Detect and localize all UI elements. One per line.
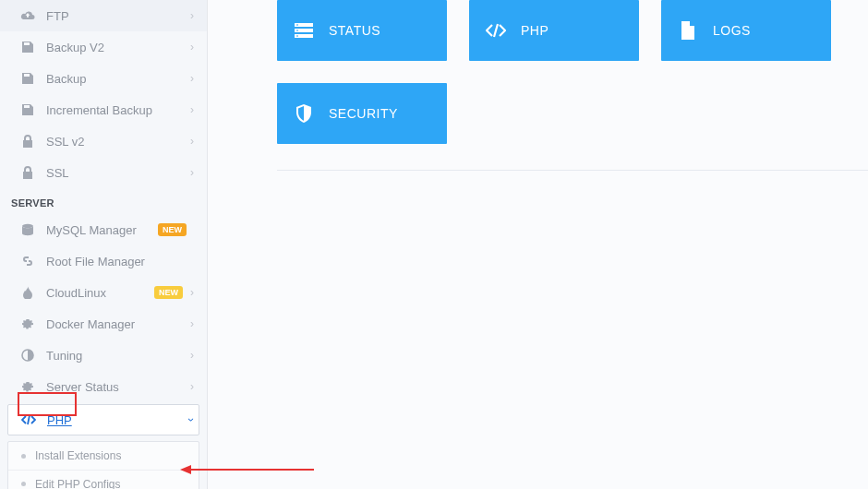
- save-icon: [18, 103, 37, 116]
- tile-label: PHP: [521, 23, 549, 38]
- sidebar-item-label: Root File Manager: [46, 255, 194, 268]
- sidebar-item-php[interactable]: PHP ›: [7, 404, 199, 435]
- sidebar-item-label: Backup: [46, 72, 190, 86]
- chevron-right-icon: ›: [190, 349, 194, 362]
- link-icon: [18, 255, 37, 268]
- sidebar-item-root-file-manager[interactable]: Root File Manager: [0, 245, 207, 277]
- gear-icon: [18, 317, 37, 330]
- svg-rect-7: [296, 36, 298, 37]
- chevron-right-icon: ›: [190, 72, 194, 85]
- sidebar-item-backup[interactable]: Backup ›: [0, 63, 207, 94]
- sidebar-item-ftp[interactable]: FTP ›: [0, 0, 207, 31]
- sidebar: FTP › Backup V2 › Backup › Incremental B…: [0, 0, 208, 489]
- gear-icon: [18, 380, 37, 393]
- chevron-right-icon: ›: [190, 380, 194, 393]
- tile-label: SECURITY: [329, 106, 398, 121]
- svg-rect-6: [296, 30, 298, 31]
- sidebar-item-ssl-v2[interactable]: SSL v2 ›: [0, 125, 207, 157]
- tile-status[interactable]: STATUS: [277, 0, 447, 61]
- svg-point-0: [22, 224, 33, 228]
- chevron-right-icon: ›: [190, 317, 194, 330]
- sidebar-item-label: SSL v2: [46, 135, 190, 149]
- sidebar-submenu-php: Install Extensions Edit PHP Configs: [7, 441, 199, 489]
- database-icon: [18, 223, 37, 236]
- sidebar-item-server-status[interactable]: Server Status ›: [0, 371, 207, 402]
- bullet-icon: [21, 482, 26, 486]
- chevron-right-icon: ›: [190, 135, 194, 148]
- sidebar-item-label: Backup V2: [46, 41, 190, 54]
- tile-logs[interactable]: LOGS: [661, 0, 831, 61]
- sidebar-item-label: SSL: [46, 166, 190, 180]
- tile-grid: STATUS PHP LOGS SECURITY: [277, 0, 868, 171]
- bars-icon: [294, 23, 314, 38]
- sidebar-subitem-label: Edit PHP Configs: [35, 478, 121, 490]
- chevron-right-icon: ›: [190, 103, 194, 116]
- sidebar-item-docker-manager[interactable]: Docker Manager ›: [0, 308, 207, 340]
- bullet-icon: [21, 454, 26, 459]
- lock-icon: [18, 135, 37, 148]
- tile-label: STATUS: [329, 23, 380, 38]
- sidebar-item-label: CloudLinux: [46, 286, 154, 300]
- sidebar-item-label: Tuning: [46, 349, 190, 363]
- sidebar-item-mysql-manager[interactable]: MySQL Manager NEW: [0, 214, 207, 245]
- new-badge: NEW: [158, 223, 187, 236]
- sidebar-item-incremental-backup[interactable]: Incremental Backup ›: [0, 94, 207, 125]
- sidebar-item-cloudlinux[interactable]: CloudLinux NEW ›: [0, 277, 207, 308]
- lock-icon: [18, 166, 37, 179]
- sidebar-item-label: FTP: [46, 9, 190, 23]
- sidebar-item-label: Server Status: [46, 380, 190, 394]
- sidebar-section-server: SERVER: [0, 188, 207, 214]
- sidebar-subitem-label: Install Extensions: [35, 449, 121, 462]
- file-icon: [678, 21, 698, 40]
- new-badge: NEW: [154, 286, 183, 299]
- chevron-right-icon: ›: [190, 41, 194, 54]
- chevron-right-icon: ›: [190, 286, 194, 299]
- sidebar-item-label: Docker Manager: [46, 317, 190, 331]
- sidebar-item-tuning[interactable]: Tuning ›: [0, 340, 207, 371]
- tile-security[interactable]: SECURITY: [277, 83, 447, 144]
- flame-icon: [18, 286, 37, 299]
- sidebar-item-label: Incremental Backup: [46, 103, 190, 117]
- save-icon: [18, 72, 37, 85]
- tile-php[interactable]: PHP: [469, 0, 639, 61]
- save-icon: [18, 41, 37, 54]
- sidebar-subitem-install-extensions[interactable]: Install Extensions: [8, 442, 199, 470]
- main-content: STATUS PHP LOGS SECURITY: [240, 0, 868, 171]
- sidebar-item-backup-v2[interactable]: Backup V2 ›: [0, 31, 207, 63]
- chevron-right-icon: ›: [190, 166, 194, 179]
- svg-rect-5: [296, 25, 298, 26]
- cloud-icon: [18, 10, 37, 21]
- sidebar-item-ssl[interactable]: SSL ›: [0, 157, 207, 188]
- code-icon: [19, 414, 38, 425]
- sidebar-subitem-edit-php-configs[interactable]: Edit PHP Configs: [8, 470, 199, 489]
- chevron-right-icon: ›: [190, 9, 194, 22]
- tile-label: LOGS: [713, 23, 751, 38]
- contrast-icon: [18, 349, 37, 362]
- code-icon: [486, 23, 506, 38]
- sidebar-item-label: PHP: [47, 413, 189, 427]
- chevron-down-icon: ›: [185, 418, 198, 422]
- shield-icon: [294, 104, 314, 123]
- sidebar-item-label: MySQL Manager: [46, 223, 158, 237]
